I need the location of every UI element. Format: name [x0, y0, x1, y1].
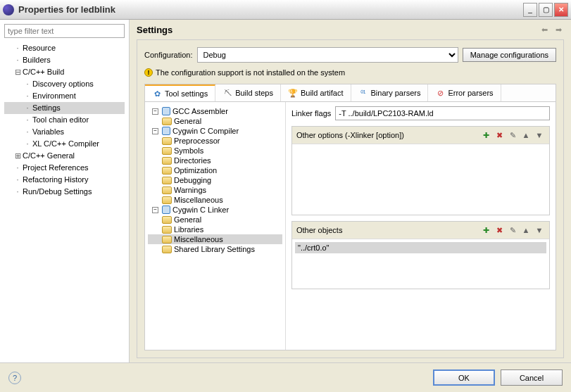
tooltree-warnings[interactable]: Warnings — [148, 185, 282, 195]
collapse-icon[interactable]: − — [152, 207, 158, 213]
ok-button[interactable]: OK — [433, 369, 495, 386]
back-button[interactable]: ⬅ — [539, 24, 550, 35]
tree-project-references[interactable]: ·Project References — [4, 162, 125, 174]
folder-icon — [162, 157, 172, 165]
other-objects-group: Other objects ✚ ✖ ✎ ▲ ▼ "../crt0.o" — [291, 221, 550, 289]
leaf-icon: · — [24, 90, 31, 102]
tree-builders[interactable]: ·Builders — [4, 54, 125, 66]
tree-settings[interactable]: ·Settings — [4, 102, 125, 114]
other-objects-list[interactable]: "../crt0.o" — [292, 239, 549, 289]
collapse-icon[interactable]: ⊟ — [14, 66, 21, 78]
tree-cpp-general[interactable]: ⊞C/C++ General — [4, 150, 125, 162]
tooltree-compiler-misc[interactable]: Miscellaneous — [148, 195, 282, 205]
tab-bar: ✿Tool settings ⛏Build steps 🏆Build artif… — [144, 84, 556, 102]
forward-button[interactable]: ➡ — [553, 24, 564, 35]
maximize-button[interactable]: ▢ — [539, 3, 553, 17]
help-button[interactable]: ? — [8, 372, 21, 384]
tree-variables[interactable]: ·Variables — [4, 126, 125, 138]
cancel-button[interactable]: Cancel — [501, 369, 563, 386]
tool-tree: −GCC Assembler General −Cygwin C Compile… — [145, 102, 286, 350]
other-options-group: Other options (-Xlinker [option]) ✚ ✖ ✎ … — [291, 126, 550, 215]
folder-icon — [162, 216, 172, 224]
tool-settings-icon: ✿ — [152, 89, 162, 99]
tooltree-gcc-assembler[interactable]: −GCC Assembler — [148, 106, 282, 116]
move-down-icon[interactable]: ▼ — [534, 225, 545, 236]
collapse-icon[interactable]: − — [152, 108, 158, 115]
leaf-icon: · — [24, 114, 31, 126]
tree-discovery-options[interactable]: ·Discovery options — [4, 78, 125, 90]
edit-icon[interactable]: ✎ — [507, 129, 518, 141]
build-artifact-icon: 🏆 — [288, 88, 298, 98]
tree-refactoring-history[interactable]: ·Refactoring History — [4, 174, 125, 186]
other-options-list[interactable] — [292, 144, 549, 215]
eclipse-icon — [3, 4, 14, 15]
folder-icon — [162, 147, 172, 155]
other-objects-label: Other objects — [296, 226, 480, 234]
tooltree-linker-general[interactable]: General — [148, 215, 282, 225]
detail-panel: Linker flags Other options (-Xlinker [op… — [286, 102, 556, 350]
tool-icon — [162, 107, 170, 115]
page-heading: Settings — [137, 25, 536, 35]
tool-icon — [162, 206, 170, 214]
tooltree-linker-misc[interactable]: Miscellaneous — [148, 234, 282, 244]
linker-flags-label: Linker flags — [291, 109, 331, 118]
linker-flags-input[interactable] — [335, 106, 550, 120]
delete-icon[interactable]: ✖ — [494, 129, 505, 141]
configuration-label: Configuration: — [144, 51, 193, 59]
right-panel: Settings ⬅ ➡ Configuration: Debug Manage… — [130, 20, 571, 362]
tooltree-cygwin-linker[interactable]: −Cygwin C Linker — [148, 205, 282, 215]
move-up-icon[interactable]: ▲ — [520, 129, 532, 141]
tooltree-optimization[interactable]: Optimization — [148, 165, 282, 175]
close-button[interactable]: ✕ — [554, 3, 568, 17]
category-tree: ·Resource ·Builders ⊟C/C++ Build ·Discov… — [4, 42, 125, 358]
list-item[interactable]: "../crt0.o" — [295, 242, 546, 253]
edit-icon[interactable]: ✎ — [507, 225, 518, 236]
collapse-icon[interactable]: − — [152, 128, 158, 134]
tree-resource[interactable]: ·Resource — [4, 42, 125, 54]
leaf-icon: · — [24, 78, 31, 90]
configuration-select[interactable]: Debug — [197, 47, 458, 63]
tooltree-libraries[interactable]: Libraries — [148, 225, 282, 234]
manage-configurations-button[interactable]: Manage configurations — [463, 48, 556, 62]
tab-error-parsers[interactable]: ⊘Error parsers — [428, 84, 501, 101]
tab-build-steps[interactable]: ⛏Build steps — [215, 84, 281, 101]
tool-icon — [162, 127, 170, 135]
folder-icon — [162, 186, 172, 194]
add-icon[interactable]: ✚ — [480, 225, 491, 236]
tree-environment[interactable]: ·Environment — [4, 90, 125, 102]
folder-icon — [162, 118, 172, 125]
other-options-label: Other options (-Xlinker [option]) — [296, 131, 480, 139]
tree-toolchain-editor[interactable]: ·Tool chain editor — [4, 114, 125, 126]
minimize-button[interactable]: _ — [523, 3, 537, 17]
leaf-icon: · — [24, 138, 31, 150]
tab-tool-settings[interactable]: ✿Tool settings — [145, 84, 215, 101]
tab-build-artifact[interactable]: 🏆Build artifact — [281, 84, 351, 101]
tree-rundebug-settings[interactable]: ·Run/Debug Settings — [4, 186, 125, 198]
warning-row: ! The configuration support is not insta… — [144, 68, 556, 77]
tooltree-shared-library[interactable]: Shared Library Settings — [148, 244, 282, 254]
filter-input[interactable] — [4, 24, 125, 38]
tooltree-directories[interactable]: Directories — [148, 156, 282, 165]
add-icon[interactable]: ✚ — [480, 129, 491, 141]
move-down-icon[interactable]: ▼ — [534, 129, 545, 141]
tooltree-symbols[interactable]: Symbols — [148, 146, 282, 156]
leaf-icon: · — [14, 54, 21, 66]
bottom-bar: ? OK Cancel — [0, 362, 571, 392]
tooltree-gcc-general[interactable]: General — [148, 116, 282, 126]
expand-icon[interactable]: ⊞ — [14, 150, 21, 162]
folder-icon — [162, 137, 172, 145]
tooltree-preprocessor[interactable]: Preprocessor — [148, 136, 282, 146]
tool-settings-body: −GCC Assembler General −Cygwin C Compile… — [144, 102, 556, 350]
tooltree-debugging[interactable]: Debugging — [148, 175, 282, 185]
tree-xl-compiler[interactable]: ·XL C/C++ Compiler — [4, 138, 125, 150]
build-steps-icon: ⛏ — [222, 88, 232, 98]
folder-icon — [162, 236, 172, 244]
leaf-icon: · — [14, 186, 21, 198]
move-up-icon[interactable]: ▲ — [520, 225, 532, 236]
tooltree-cygwin-compiler[interactable]: −Cygwin C Compiler — [148, 126, 282, 136]
folder-icon — [162, 167, 172, 175]
warning-icon: ! — [144, 68, 153, 77]
delete-icon[interactable]: ✖ — [494, 225, 505, 236]
tree-cpp-build[interactable]: ⊟C/C++ Build — [4, 66, 125, 78]
tab-binary-parsers[interactable]: ⁰¹Binary parsers — [351, 84, 429, 101]
